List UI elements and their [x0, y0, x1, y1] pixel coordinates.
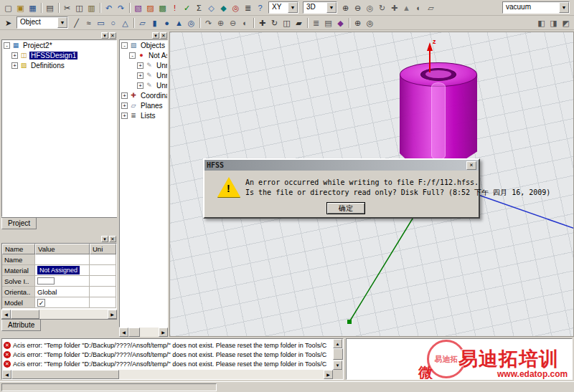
zoom-all-icon[interactable]: ◎ [364, 17, 376, 29]
tree-label[interactable]: Project2* [22, 42, 54, 49]
scroll-track[interactable] [11, 370, 324, 379]
value-field[interactable] [37, 277, 55, 285]
rotate-view-icon[interactable]: ↻ [376, 2, 388, 14]
shade-icon[interactable]: ◐ [413, 2, 425, 14]
ok-button[interactable]: 确定 [326, 202, 365, 214]
property-value[interactable] [35, 254, 90, 265]
collapse-icon[interactable]: - [121, 42, 128, 49]
wireframe-icon[interactable]: ▱ [425, 2, 437, 14]
column-header-name[interactable]: Name [2, 244, 35, 254]
close-icon[interactable]: ✕ [160, 32, 167, 39]
zoom-in-icon[interactable]: ⊕ [339, 2, 352, 14]
mesh-icon[interactable]: ▩ [156, 2, 169, 14]
scroll-track[interactable] [11, 310, 108, 319]
tree-label[interactable]: Unna [155, 82, 167, 90]
scroll-left-icon[interactable]: ◀ [119, 328, 128, 337]
intersect-icon[interactable]: ◐ [239, 17, 251, 29]
tree-label[interactable]: Not Ass [147, 52, 167, 59]
help-icon[interactable]: ? [254, 2, 266, 14]
save-icon[interactable]: ▦ [27, 2, 39, 14]
draw-spline-icon[interactable]: ≈ [83, 17, 95, 29]
scroll-left-icon[interactable]: ◀ [1, 310, 11, 319]
tree-item-lists[interactable]: +≣Lists [120, 110, 167, 120]
scroll-right-icon[interactable]: ▶ [324, 370, 333, 379]
copy-icon[interactable]: ◫ [73, 2, 85, 14]
expand-icon[interactable]: + [121, 102, 128, 109]
chevron-down-icon[interactable]: ▼ [57, 17, 67, 28]
scroll-right-icon[interactable]: ▶ [159, 328, 168, 337]
property-value[interactable]: ✓ [35, 297, 90, 308]
sweep-icon[interactable]: ↷ [202, 17, 215, 29]
expand-icon[interactable]: + [137, 72, 144, 79]
expand-icon[interactable]: + [11, 52, 18, 59]
excitation-icon[interactable]: ▨ [144, 2, 156, 14]
optimetrics-icon[interactable]: ◇ [205, 2, 217, 14]
tab-project[interactable]: Project [1, 218, 37, 229]
tree-label[interactable]: Objects [139, 42, 166, 49]
view-mode-combo[interactable]: 3D ▼ [303, 1, 337, 14]
tree-item-hfssdesign1[interactable]: +◫HFSSDesign1 [2, 50, 116, 60]
column-header-value[interactable]: Value [35, 244, 90, 254]
scroll-down-icon[interactable]: ▼ [333, 360, 342, 370]
mirror-icon[interactable]: ◫ [281, 17, 293, 29]
print-icon[interactable]: ▤ [44, 2, 56, 14]
tree-item-unnamed-3[interactable]: +✎Unna [120, 80, 167, 90]
draw-circle-icon[interactable]: ○ [107, 17, 119, 29]
model-tree-hscrollbar[interactable]: ◀ ▶ [119, 328, 168, 337]
tree-item-not-assigned[interactable]: -●Not Ass [120, 50, 167, 60]
collapse-icon[interactable]: - [4, 42, 10, 49]
results-icon[interactable]: Σ [193, 2, 205, 14]
plane-yz-icon[interactable]: ◨ [547, 17, 560, 29]
draw-torus-icon[interactable]: ◎ [185, 17, 197, 29]
scale-icon[interactable]: ▰ [293, 17, 305, 29]
collapse-icon[interactable]: - [129, 52, 136, 59]
analyze-icon[interactable]: ! [169, 2, 181, 14]
zoom-out-icon[interactable]: ⊖ [352, 2, 364, 14]
grid-icon[interactable]: ▤ [322, 17, 334, 29]
tree-label[interactable]: Lists [139, 112, 157, 120]
tree-label[interactable]: Unna [155, 62, 167, 70]
draw-sphere-icon[interactable]: ● [161, 17, 173, 29]
draw-cone-icon[interactable]: ▲ [173, 17, 185, 29]
scroll-left-icon[interactable]: ◀ [2, 370, 11, 379]
tree-label[interactable]: Planes [139, 102, 164, 110]
subtract-icon[interactable]: ⊖ [227, 17, 239, 29]
pin-icon[interactable]: ▾ [152, 32, 159, 39]
dialog-titlebar[interactable]: HFSS × [204, 160, 479, 171]
chevron-down-icon[interactable]: ▼ [559, 2, 569, 13]
zoom-window-icon[interactable]: ⊕ [352, 17, 364, 29]
close-icon[interactable]: ✕ [109, 32, 116, 39]
property-value[interactable] [35, 276, 90, 287]
message-row[interactable]: ✕Acis error: "Temp folder "D:/Backup/???… [4, 350, 333, 359]
close-icon[interactable]: × [466, 161, 476, 170]
properties-hscrollbar[interactable]: ◀ ▶ [1, 310, 117, 319]
chevron-down-icon[interactable]: ▼ [326, 2, 337, 13]
dataset-icon[interactable]: ≣ [242, 2, 254, 14]
tree-item-planes[interactable]: +▱Planes [120, 100, 167, 110]
scroll-track[interactable] [128, 328, 159, 337]
expand-icon[interactable]: + [137, 82, 144, 89]
tree-item-unnamed-2[interactable]: +✎Unna [120, 70, 167, 80]
expand-icon[interactable]: + [11, 62, 18, 69]
cut-icon[interactable]: ✂ [61, 2, 73, 14]
close-icon[interactable]: ✕ [109, 236, 116, 242]
tree-label[interactable]: Coordinate [139, 92, 167, 100]
orient-icon[interactable]: ▲ [400, 2, 413, 14]
new-icon[interactable]: ▢ [2, 2, 14, 14]
pan-icon[interactable]: ✚ [388, 2, 400, 14]
property-value[interactable]: Not Assigned [35, 265, 90, 276]
unite-icon[interactable]: ⊕ [215, 17, 227, 29]
redo-icon[interactable]: ↷ [115, 2, 127, 14]
scroll-thumb[interactable] [11, 310, 39, 319]
pin-icon[interactable]: ▾ [101, 32, 108, 39]
validate-icon[interactable]: ✓ [181, 2, 193, 14]
material-button[interactable]: Not Assigned [37, 266, 80, 274]
tree-item-definitions[interactable]: +▨Definitions [2, 60, 116, 70]
tree-item-project2[interactable]: -▦Project2* [2, 40, 116, 50]
fit-view-icon[interactable]: ◎ [364, 2, 376, 14]
fields-icon[interactable]: ◆ [217, 2, 230, 14]
scroll-thumb[interactable] [333, 348, 343, 360]
scroll-thumb[interactable] [128, 328, 140, 337]
measure-icon[interactable]: ≣ [310, 17, 322, 29]
paste-icon[interactable]: ▥ [85, 2, 98, 14]
